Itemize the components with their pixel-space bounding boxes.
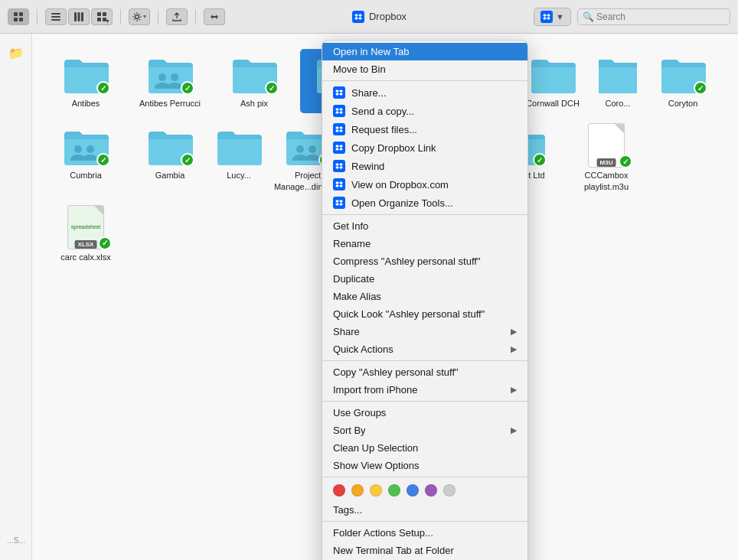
cm-share2-label: Share [333,326,360,337]
file-cccambox-icon: M3U ✓ [582,124,631,167]
cm-item-clean-up[interactable]: Clean Up Selection [322,439,527,457]
cm-compress-label: Compress "Ashley personal stuff" [333,256,481,267]
folder-antibes[interactable]: ✓ Antibes [47,49,124,113]
cm-share2-arrow: ▶ [511,327,517,337]
color-dot-gray[interactable] [443,484,456,497]
cm-item-duplicate[interactable]: Duplicate [322,270,527,288]
dropbox-account-button[interactable]: ▼ [534,8,571,26]
cm-send-copy-icon [333,105,345,117]
cm-item-request-files[interactable]: Request files... [322,120,527,138]
folder-ash-pix[interactable]: ✓ Ash pix [216,49,292,113]
cm-item-import-iphone[interactable]: Import from iPhone ▶ [322,381,527,399]
cm-item-quick-actions[interactable]: Quick Actions ▶ [322,340,527,358]
cm-item-organize[interactable]: Open Organize Tools... [322,194,527,212]
cm-section-terminal: Folder Actions Setup... New Terminal Tab… [322,522,527,560]
cm-item-get-info[interactable]: Get Info [322,217,527,235]
cm-item-make-alias[interactable]: Make Alias [322,288,527,305]
file-carc-calx[interactable]: spreadsheet XLSX ✓ carc calx.xlsx [47,203,124,265]
cm-item-share2[interactable]: Share ▶ [322,323,527,340]
svg-rect-8 [78,12,80,21]
folder-lucy-svg [216,124,262,167]
cm-item-folder-actions[interactable]: Folder Actions Setup... [322,524,527,542]
folder-cdch-svg [528,52,577,95]
file-cccambox[interactable]: M3U ✓ CCCambox playlist.m3u [568,121,645,195]
cm-item-quick-look[interactable]: Quick Look "Ashley personal stuff" [322,305,527,323]
folder-cumbria-icon: ✓ [61,124,110,167]
folder-cdch-label: Cornwall DCH [526,98,580,109]
cm-open-new-tab-label: Open in New Tab [333,46,410,57]
cm-show-view-options-label: Show View Options [333,460,420,471]
cm-clean-up-label: Clean Up Selection [333,442,418,454]
svg-rect-11 [103,12,106,16]
file-cccambox-badge: ✓ [619,155,632,168]
cm-make-alias-label: Make Alias [333,291,381,302]
list-view-button[interactable] [45,8,67,25]
folder-lucy[interactable]: Lucy... [216,121,262,195]
cm-item-open-new-tab[interactable]: Open in New Tab [322,43,527,60]
cm-item-sort-by[interactable]: Sort By ▶ [322,422,527,439]
file-cccambox-ext: M3U [597,158,616,167]
cm-organize-icon [333,197,345,209]
color-dot-orange[interactable] [351,484,364,497]
folder-antibes-badge: ✓ [96,81,110,95]
cm-view-dropbox-icon [333,178,345,190]
folder-cumbria[interactable]: ✓ Cumbria [47,121,124,195]
cm-rewind-label: Rewind [351,161,384,172]
cm-item-show-view-options[interactable]: Show View Options [322,457,527,474]
cm-item-rename[interactable]: Rename [322,235,527,252]
color-dot-red[interactable] [333,484,345,497]
svg-point-21 [296,145,304,153]
cm-section-copy: Copy "Ashley personal stuff" Import from… [322,361,527,402]
color-dot-green[interactable] [388,484,400,497]
folder-coryton[interactable]: ✓ Coryton [645,49,721,113]
dropbox-icon [352,11,364,23]
folder-ash-icon: ✓ [230,52,279,95]
search-icon: 🔍 [583,11,594,22]
folder-coro[interactable]: Coro... [599,49,637,113]
folder-ap-label: Antibes Perrucci [139,98,201,109]
share-button[interactable] [166,8,188,25]
cm-sort-by-label: Sort By [333,425,366,436]
path-button[interactable] [204,8,225,25]
view-mode-group: ▼ [45,8,113,25]
cm-item-share[interactable]: Share... [322,83,527,102]
column-view-button[interactable] [68,8,90,25]
folder-antibes-perrucci[interactable]: ✓ Antibes Perrucci [132,49,208,113]
cm-item-send-copy[interactable]: Send a copy... [322,102,527,120]
color-dot-blue[interactable] [407,484,419,497]
cm-item-compress[interactable]: Compress "Ashley personal stuff" [322,252,527,270]
color-dot-yellow[interactable] [370,484,382,497]
color-dots-row [322,480,527,501]
cm-import-iphone-arrow: ▶ [511,385,517,395]
cm-item-use-groups[interactable]: Use Groups [322,404,527,422]
cm-quick-look-label: Quick Look "Ashley personal stuff" [333,308,485,320]
view-toggle-group [8,8,29,25]
cm-item-view-dropbox[interactable]: View on Dropbox.com [322,175,527,194]
folder-cumbria-label: Cumbria [70,170,102,181]
search-input[interactable] [577,8,730,25]
cm-item-copy-ashley[interactable]: Copy "Ashley personal stuff" [322,363,527,381]
settings-button[interactable]: ▼ [129,8,150,25]
cm-rewind-icon [333,160,345,172]
cm-item-copy-link[interactable]: Copy Dropbox Link [322,138,527,157]
folder-gambia-label: Gambia [155,170,185,181]
cm-item-rewind[interactable]: Rewind [322,157,527,175]
icon-view-button[interactable] [8,8,29,25]
context-menu: Open in New Tab Move to Bin Share... Sen… [322,40,528,560]
cm-request-files-icon [333,123,345,135]
toolbar-separator-4 [195,9,196,24]
cm-move-bin-label: Move to Bin [333,63,386,75]
folder-coryton-label: Coryton [668,98,698,109]
folder-gambia[interactable]: ✓ Gambia [132,121,208,195]
gallery-view-button[interactable]: ▼ [91,8,113,25]
cm-item-move-bin[interactable]: Move to Bin [322,60,527,78]
cm-section-tags: Tags... [322,477,527,522]
cm-item-tags[interactable]: Tags... [322,501,527,519]
svg-rect-1 [19,12,23,16]
sidebar-item-files[interactable]: 📁 [5,41,28,64]
cm-copy-ashley-label: Copy "Ashley personal stuff" [333,366,459,378]
cm-share-icon [333,86,345,99]
sidebar-items: 📁 [0,34,31,72]
cm-item-new-terminal-tab[interactable]: New Terminal Tab at Folder [322,542,527,559]
color-dot-purple[interactable] [425,484,437,497]
